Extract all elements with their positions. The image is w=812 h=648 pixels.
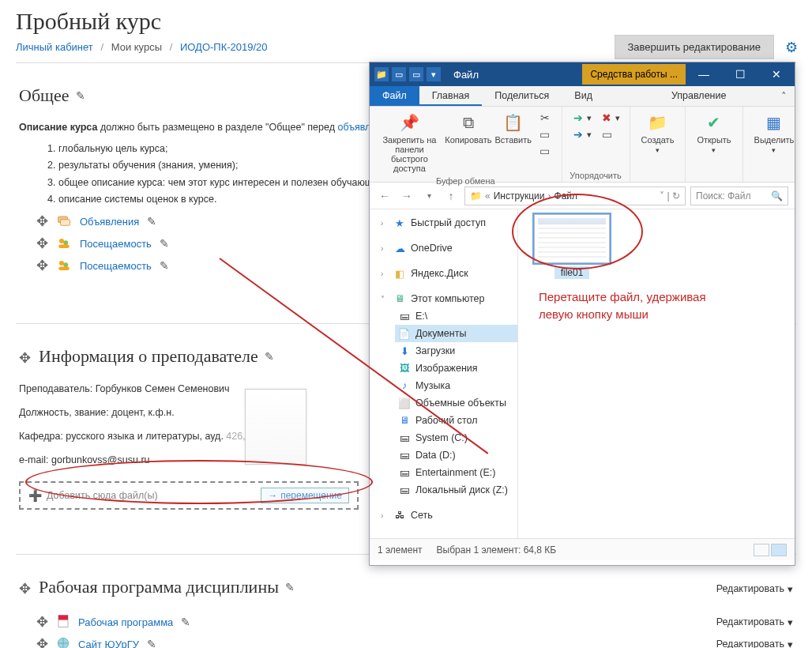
minimize-button[interactable]: — bbox=[686, 62, 722, 86]
move-handle-icon[interactable]: ✥ bbox=[36, 635, 48, 648]
delete-button[interactable]: ✖▾ bbox=[598, 110, 622, 126]
window-titlebar[interactable]: 📁 ▭ ▭ ▾ Файл Средства работы ... — ☐ ✕ bbox=[370, 62, 795, 86]
nav-forward-button[interactable]: → bbox=[398, 187, 415, 205]
ribbon-tab-manage[interactable]: Управление bbox=[659, 86, 739, 106]
search-placeholder: Поиск: Файл bbox=[696, 190, 750, 202]
gear-icon[interactable]: ⚙ bbox=[785, 39, 798, 56]
section-general-heading: Общее bbox=[19, 85, 70, 106]
move-section-handle-icon[interactable]: ✥ bbox=[19, 580, 31, 597]
nav-onedrive[interactable]: ›☁OneDrive bbox=[378, 239, 517, 257]
edit-attendance-icon[interactable]: ✎ bbox=[160, 259, 169, 272]
paste-button[interactable]: 📋Вставить bbox=[495, 110, 532, 146]
select-button[interactable]: ▦Выделить▾ bbox=[751, 110, 798, 156]
nav-yandex-disk[interactable]: ›◧Яндекс.Диск bbox=[378, 265, 517, 282]
qa-dropdown-icon[interactable]: ▾ bbox=[427, 67, 441, 81]
copy-icon: ⧉ bbox=[457, 111, 479, 134]
search-input[interactable]: Поиск: Файл 🔍 bbox=[690, 186, 788, 205]
nav-up-button[interactable]: ↑ bbox=[442, 187, 460, 205]
move-handle-icon[interactable]: ✥ bbox=[36, 257, 48, 274]
ribbon-tab-home[interactable]: Главная bbox=[419, 86, 483, 106]
navigation-pane[interactable]: ›★Быстрый доступ ›☁OneDrive ›◧Яндекс.Дис… bbox=[370, 209, 518, 538]
activity-forum[interactable]: Объявления bbox=[80, 216, 139, 228]
nav-drive-z[interactable]: 🖴Локальный диск (Z:) bbox=[395, 481, 517, 499]
edit-resource-link[interactable]: Редактировать ▾ bbox=[716, 616, 793, 628]
shortcut-icon: ▭ bbox=[538, 144, 552, 158]
edit-general-icon[interactable]: ✎ bbox=[76, 89, 85, 103]
nav-documents[interactable]: 📄Документы bbox=[395, 325, 517, 342]
edit-attendance-icon[interactable]: ✎ bbox=[160, 237, 169, 250]
caret-down-icon: ▾ bbox=[788, 616, 793, 628]
breadcrumb-course[interactable]: ИОДО-ПК-2019/20 bbox=[180, 41, 268, 53]
nav-3d-objects[interactable]: ⬜Объемные объекты bbox=[395, 394, 517, 412]
nav-this-pc[interactable]: ˅🖥Этот компьютер bbox=[378, 290, 517, 307]
maximize-button[interactable]: ☐ bbox=[722, 62, 758, 86]
nav-drive-e2[interactable]: 🖴Entertainment (E:) bbox=[395, 464, 517, 481]
svg-rect-4 bbox=[58, 245, 70, 249]
nav-quick-access[interactable]: ›★Быстрый доступ bbox=[378, 214, 517, 232]
copy-button[interactable]: ⧉Копировать bbox=[446, 110, 491, 146]
file-thumbnail[interactable]: file01 bbox=[528, 214, 616, 279]
edit-teacher-icon[interactable]: ✎ bbox=[265, 350, 274, 364]
view-details-button[interactable] bbox=[754, 544, 769, 556]
nav-drive-d[interactable]: 🖴Data (D:) bbox=[395, 446, 517, 464]
edit-program-icon[interactable]: ✎ bbox=[285, 581, 295, 594]
copyto-button[interactable]: ➔▾ bbox=[570, 126, 593, 142]
move-tag: →перемещение bbox=[261, 488, 349, 503]
close-button[interactable]: ✕ bbox=[758, 62, 795, 86]
rename-button[interactable]: ▭ bbox=[598, 126, 622, 142]
svg-rect-7 bbox=[58, 267, 70, 271]
status-selection: Выбран 1 элемент: 64,8 КБ bbox=[437, 544, 557, 556]
nav-downloads[interactable]: ⬇Загрузки bbox=[395, 342, 517, 360]
paste-shortcut-button[interactable]: ▭ bbox=[536, 143, 554, 159]
context-tab[interactable]: Средства работы ... bbox=[582, 64, 686, 85]
file-list-pane[interactable]: file01 bbox=[518, 209, 795, 538]
view-thumbs-button[interactable] bbox=[771, 544, 787, 556]
resource-site[interactable]: Сайт ЮУрГУ bbox=[78, 639, 139, 649]
pin-button[interactable]: 📌Закрепить на панели быстрого доступа bbox=[378, 110, 442, 175]
edit-section-link[interactable]: Редактировать ▾ bbox=[716, 583, 793, 595]
downloads-icon: ⬇ bbox=[398, 345, 411, 357]
ribbon-tab-file[interactable]: Файл bbox=[370, 86, 419, 106]
edit-resource-link[interactable]: Редактировать ▾ bbox=[716, 639, 793, 649]
open-button[interactable]: ✔Открыть▾ bbox=[694, 110, 734, 156]
nav-music[interactable]: ♪Музыка bbox=[395, 377, 517, 394]
section-teacher-heading: Информация о преподавателе bbox=[39, 346, 258, 367]
svg-rect-9 bbox=[58, 615, 68, 620]
moveto-button[interactable]: ➔▾ bbox=[570, 110, 593, 126]
move-handle-icon[interactable]: ✥ bbox=[36, 235, 48, 252]
ribbon-collapse-icon[interactable]: ˄ bbox=[773, 86, 795, 106]
file-label: file01 bbox=[554, 266, 590, 279]
nav-back-button[interactable]: ← bbox=[376, 187, 393, 205]
resource-program[interactable]: Рабочая программа bbox=[78, 616, 173, 628]
breadcrumb-mycourses: Мои курсы bbox=[111, 41, 162, 53]
cut-button[interactable]: ✂ bbox=[536, 110, 554, 126]
nav-pictures[interactable]: 🖼Изображения bbox=[395, 360, 517, 377]
file-dropzone[interactable]: ➕ Добавить сюда файл(ы) →перемещение bbox=[19, 481, 359, 510]
finish-editing-button[interactable]: Завершить редактирование bbox=[615, 35, 775, 59]
move-handle-icon[interactable]: ✥ bbox=[36, 613, 48, 631]
nav-desktop[interactable]: 🖥Рабочий стол bbox=[395, 412, 517, 429]
caret-down-icon: ▾ bbox=[788, 639, 793, 649]
edit-resource-icon[interactable]: ✎ bbox=[181, 616, 190, 628]
ribbon-group-organize: Упорядочить bbox=[570, 169, 621, 180]
nav-history-button[interactable]: ▾ bbox=[420, 187, 438, 205]
path-crumb[interactable]: Файл bbox=[554, 190, 578, 202]
activity-attendance-2[interactable]: Посещаемость bbox=[80, 260, 152, 272]
breadcrumb-home[interactable]: Личный кабинет bbox=[16, 41, 93, 53]
path-crumb[interactable]: Инструкции bbox=[494, 190, 545, 202]
move-handle-icon[interactable]: ✥ bbox=[36, 213, 48, 230]
ribbon-tab-view[interactable]: Вид bbox=[562, 86, 605, 106]
ribbon-tab-share[interactable]: Поделиться bbox=[482, 86, 562, 106]
edit-resource-icon[interactable]: ✎ bbox=[147, 638, 156, 648]
new-folder-button[interactable]: 📁Создать▾ bbox=[638, 110, 678, 156]
nav-drive-e[interactable]: 🖴E:\ bbox=[395, 307, 517, 325]
address-bar[interactable]: 📁 « Инструкции › Файл ˅ | ↻ bbox=[464, 186, 686, 205]
copypath-button[interactable]: ▭ bbox=[536, 126, 554, 142]
move-section-handle-icon[interactable]: ✥ bbox=[19, 349, 31, 367]
pdf-icon bbox=[56, 614, 70, 631]
nav-drive-c[interactable]: 🖴System (C:) bbox=[395, 429, 517, 446]
nav-network[interactable]: ›🖧Сеть bbox=[378, 507, 517, 524]
activity-attendance[interactable]: Посещаемость bbox=[80, 238, 152, 250]
edit-forum-icon[interactable]: ✎ bbox=[147, 215, 156, 228]
select-icon: ▦ bbox=[763, 111, 785, 134]
